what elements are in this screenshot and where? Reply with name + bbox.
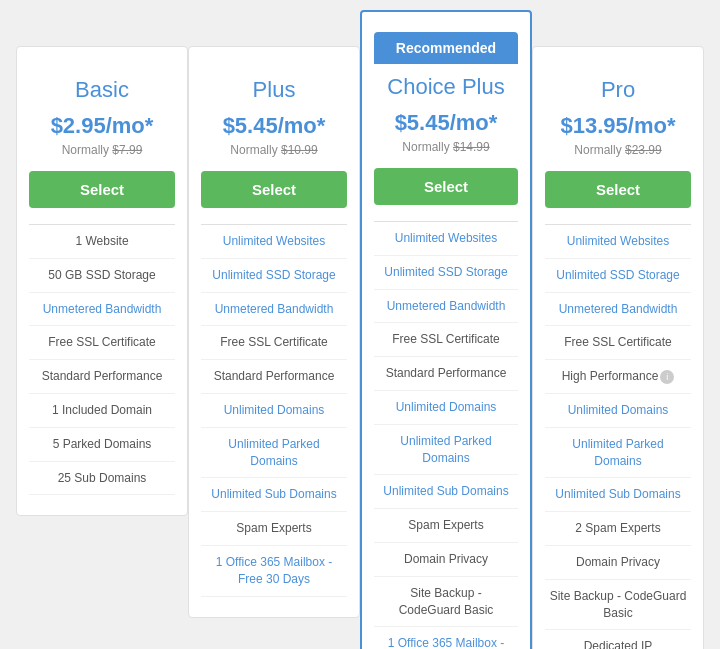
feature-item: Free SSL Certificate bbox=[374, 323, 518, 357]
feature-item: Unlimited Sub Domains bbox=[374, 475, 518, 509]
recommended-badge: Recommended bbox=[374, 32, 518, 64]
feature-item: Site Backup - CodeGuard Basic bbox=[545, 580, 691, 631]
feature-item: Free SSL Certificate bbox=[29, 326, 175, 360]
plan-price: $13.95/mo* bbox=[561, 113, 676, 139]
feature-item: Unmetered Bandwidth bbox=[374, 290, 518, 324]
select-button-choice-plus[interactable]: Select bbox=[374, 168, 518, 205]
features-list-basic: 1 Website50 GB SSD StorageUnmetered Band… bbox=[29, 224, 175, 495]
feature-item: Spam Experts bbox=[201, 512, 347, 546]
feature-item: 1 Included Domain bbox=[29, 394, 175, 428]
feature-item: 2 Spam Experts bbox=[545, 512, 691, 546]
plan-card-basic: Basic$2.95/mo*Normally $7.99Select1 Webs… bbox=[16, 46, 188, 516]
feature-item: Unlimited Parked Domains bbox=[374, 425, 518, 476]
features-list-pro: Unlimited WebsitesUnlimited SSD StorageU… bbox=[545, 224, 691, 649]
plan-normal-price: Normally $10.99 bbox=[230, 143, 317, 157]
feature-item: Unlimited Sub Domains bbox=[201, 478, 347, 512]
plan-normal-price: Normally $14.99 bbox=[402, 140, 489, 154]
plan-normal-price: Normally $23.99 bbox=[574, 143, 661, 157]
feature-item: Domain Privacy bbox=[545, 546, 691, 580]
plan-price: $2.95/mo* bbox=[51, 113, 154, 139]
feature-item: Unlimited SSD Storage bbox=[545, 259, 691, 293]
feature-item: Unmetered Bandwidth bbox=[29, 293, 175, 327]
plan-name: Basic bbox=[75, 77, 129, 103]
info-icon: i bbox=[660, 370, 674, 384]
feature-item: Unmetered Bandwidth bbox=[545, 293, 691, 327]
plan-card-pro: Pro$13.95/mo*Normally $23.99SelectUnlimi… bbox=[532, 46, 704, 649]
feature-item: Unlimited SSD Storage bbox=[374, 256, 518, 290]
feature-item: Free SSL Certificate bbox=[201, 326, 347, 360]
select-button-plus[interactable]: Select bbox=[201, 171, 347, 208]
plan-price: $5.45/mo* bbox=[395, 110, 498, 136]
feature-item: Unlimited SSD Storage bbox=[201, 259, 347, 293]
plan-name: Pro bbox=[601, 77, 635, 103]
features-list-plus: Unlimited WebsitesUnlimited SSD StorageU… bbox=[201, 224, 347, 597]
recommended-wrapper: RecommendedChoice Plus$5.45/mo*Normally … bbox=[360, 10, 532, 649]
feature-item: 1 Website bbox=[29, 225, 175, 259]
feature-item: High Performancei bbox=[545, 360, 691, 394]
feature-item: Standard Performance bbox=[374, 357, 518, 391]
feature-item: Unmetered Bandwidth bbox=[201, 293, 347, 327]
plan-name: Plus bbox=[253, 77, 296, 103]
feature-item: Unlimited Domains bbox=[545, 394, 691, 428]
feature-item: Free SSL Certificate bbox=[545, 326, 691, 360]
feature-item: Standard Performance bbox=[201, 360, 347, 394]
feature-item: 25 Sub Domains bbox=[29, 462, 175, 496]
feature-item: Unlimited Websites bbox=[374, 222, 518, 256]
plans-container: Basic$2.95/mo*Normally $7.99Select1 Webs… bbox=[16, 10, 704, 649]
feature-item: Unlimited Sub Domains bbox=[545, 478, 691, 512]
features-list-choice-plus: Unlimited WebsitesUnlimited SSD StorageU… bbox=[374, 221, 518, 649]
feature-item: Unlimited Domains bbox=[374, 391, 518, 425]
plan-price: $5.45/mo* bbox=[223, 113, 326, 139]
feature-item: Unlimited Parked Domains bbox=[201, 428, 347, 479]
plan-name: Choice Plus bbox=[387, 74, 504, 100]
feature-item: Dedicated IP bbox=[545, 630, 691, 649]
feature-item: Standard Performance bbox=[29, 360, 175, 394]
feature-item: Unlimited Domains bbox=[201, 394, 347, 428]
feature-item: Domain Privacy bbox=[374, 543, 518, 577]
feature-item: 1 Office 365 Mailbox - Free 30 Days bbox=[201, 546, 347, 597]
feature-item: 1 Office 365 Mailbox - Free 30 Days bbox=[374, 627, 518, 649]
feature-item: Unlimited Websites bbox=[545, 225, 691, 259]
feature-item: Spam Experts bbox=[374, 509, 518, 543]
feature-item: 50 GB SSD Storage bbox=[29, 259, 175, 293]
feature-item: 5 Parked Domains bbox=[29, 428, 175, 462]
feature-item: Unlimited Parked Domains bbox=[545, 428, 691, 479]
select-button-basic[interactable]: Select bbox=[29, 171, 175, 208]
feature-item: Site Backup - CodeGuard Basic bbox=[374, 577, 518, 628]
plan-card-choice-plus: RecommendedChoice Plus$5.45/mo*Normally … bbox=[360, 10, 532, 649]
feature-item: Unlimited Websites bbox=[201, 225, 347, 259]
plan-card-plus: Plus$5.45/mo*Normally $10.99SelectUnlimi… bbox=[188, 46, 360, 618]
plan-normal-price: Normally $7.99 bbox=[62, 143, 143, 157]
select-button-pro[interactable]: Select bbox=[545, 171, 691, 208]
